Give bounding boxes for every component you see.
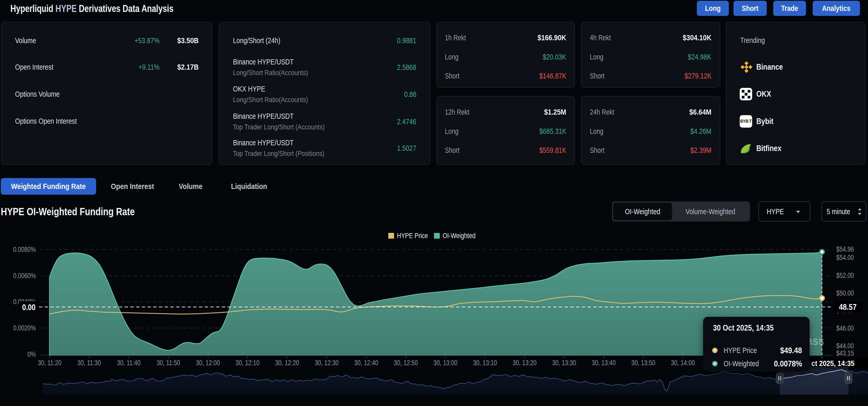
svg-text:30, 11:30: 30, 11:30 <box>78 359 101 367</box>
svg-text:$54.96: $54.96 <box>836 245 854 253</box>
svg-text:30, 12:00: 30, 12:00 <box>196 359 220 367</box>
svg-text:30, 11:20: 30, 11:20 <box>38 359 62 367</box>
svg-text:30, 12:20: 30, 12:20 <box>275 359 299 367</box>
svg-text:ct 2025, 14:35: ct 2025, 14:35 <box>811 359 855 368</box>
svg-text:0.0060%: 0.0060% <box>13 272 36 280</box>
svg-text:30, 12:10: 30, 12:10 <box>236 359 259 367</box>
svg-text:$52.00: $52.00 <box>836 271 854 280</box>
svg-text:30, 14:00: 30, 14:00 <box>671 359 695 367</box>
svg-text:30, 11:50: 30, 11:50 <box>157 359 180 367</box>
svg-text:30, 13:50: 30, 13:50 <box>631 359 655 367</box>
svg-text:$43.15: $43.15 <box>836 349 854 357</box>
svg-text:30, 11:40: 30, 11:40 <box>117 359 141 367</box>
svg-text:48.57: 48.57 <box>839 302 857 312</box>
svg-text:$44.00: $44.00 <box>836 342 854 350</box>
svg-text:0.0020%: 0.0020% <box>13 324 36 332</box>
svg-text:30, 13:20: 30, 13:20 <box>513 359 536 367</box>
svg-text:30, 13:40: 30, 13:40 <box>592 359 616 367</box>
svg-text:$46.00: $46.00 <box>836 324 854 332</box>
svg-text:30, 13:30: 30, 13:30 <box>552 359 576 367</box>
svg-text:0%: 0% <box>28 350 36 358</box>
svg-text:$50.00: $50.00 <box>836 289 854 297</box>
svg-text:30, 13:10: 30, 13:10 <box>473 359 497 367</box>
svg-text:30, 12:40: 30, 12:40 <box>354 359 378 367</box>
svg-text:0.0080%: 0.0080% <box>13 245 36 254</box>
svg-text:30, 12:50: 30, 12:50 <box>394 359 417 367</box>
svg-text:0.00: 0.00 <box>22 303 35 312</box>
svg-text:$54.00: $54.00 <box>836 254 854 261</box>
svg-text:30, 12:30: 30, 12:30 <box>315 359 339 367</box>
svg-text:30, 13:00: 30, 13:00 <box>433 359 457 367</box>
